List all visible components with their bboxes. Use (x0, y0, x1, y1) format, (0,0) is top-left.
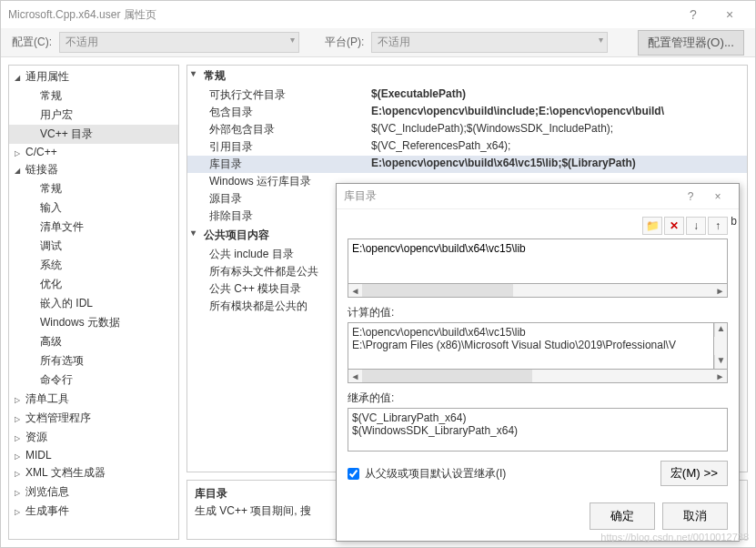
tree-item[interactable]: 通用属性 (9, 67, 178, 86)
computed-hscroll[interactable]: ◄ ► (348, 370, 728, 383)
tree-item[interactable]: 清单文件 (9, 218, 178, 237)
new-folder-icon[interactable]: 📁 (642, 217, 662, 235)
tree-item[interactable]: 输入 (9, 198, 178, 218)
prop-value[interactable]: E:\opencv\opencv\build\include;E:\opencv… (368, 105, 747, 120)
tree-item[interactable]: 常规 (9, 86, 178, 106)
tree-item[interactable]: 文档管理程序 (9, 409, 178, 428)
tree-item[interactable]: MIDL (9, 447, 178, 463)
close-button[interactable]: × (711, 7, 748, 22)
computed-vscroll[interactable]: ▲▼ (714, 322, 728, 370)
titlebar: Microsoft.Cpp.x64.user 属性页 ? × (1, 1, 755, 28)
prop-key: 外部包含目录 (187, 122, 368, 137)
computed-label: 计算的值: (348, 305, 728, 320)
prop-section-header[interactable]: 常规 (187, 66, 747, 86)
tree-item[interactable]: 命令行 (9, 370, 178, 390)
prop-row[interactable]: 库目录E:\opencv\opencv\build\x64\vc15\lib;$… (187, 156, 747, 173)
delete-icon[interactable]: ✕ (664, 217, 684, 235)
overflow-char: b (731, 215, 737, 228)
category-tree[interactable]: 通用属性常规用户宏VC++ 目录C/C++链接器常规输入清单文件调试系统优化嵌入… (8, 65, 179, 540)
tree-item[interactable]: 系统 (9, 256, 178, 275)
tree-item[interactable]: 高级 (9, 332, 178, 351)
prop-key: 包含目录 (187, 105, 368, 120)
config-combo[interactable]: 不适用 (59, 32, 299, 53)
tree-item[interactable]: 嵌入的 IDL (9, 294, 178, 313)
tree-item[interactable]: 用户宏 (9, 106, 178, 125)
dialog-icon-bar: b 📁 ✕ ↓ ↑ (348, 217, 728, 235)
platform-combo[interactable]: 不适用 (371, 32, 608, 53)
prop-key: 引用目录 (187, 139, 368, 155)
tree-item[interactable]: 清单工具 (9, 390, 178, 409)
tree-item[interactable]: 调试 (9, 237, 178, 256)
prop-key: 库目录 (187, 157, 368, 172)
tree-item[interactable]: 常规 (9, 179, 178, 198)
cancel-button[interactable]: 取消 (662, 502, 728, 530)
move-down-icon[interactable]: ↓ (686, 217, 706, 235)
tree-item[interactable]: XML 文档生成器 (9, 463, 178, 482)
tree-item[interactable]: 所有选项 (9, 351, 178, 370)
tree-item[interactable]: 资源 (9, 428, 178, 447)
library-dirs-dialog: 库目录 ? × b 📁 ✕ ↓ ↑ ◄ ► 计算的值: E:\opencv\op… (336, 183, 740, 542)
dialog-buttons: 确定 取消 (337, 493, 739, 541)
prop-row[interactable]: 外部包含目录$(VC_IncludePath);$(WindowsSDK_Inc… (187, 121, 747, 138)
tree-item[interactable]: 优化 (9, 275, 178, 294)
dialog-close-button[interactable]: × (704, 190, 731, 203)
dialog-help-button[interactable]: ? (677, 190, 704, 203)
scroll-left-icon[interactable]: ◄ (348, 286, 362, 296)
scroll-right-icon[interactable]: ► (713, 286, 727, 296)
tree-item[interactable]: C/C++ (9, 144, 178, 160)
prop-row[interactable]: 可执行文件目录$(ExecutablePath) (187, 86, 747, 104)
inherit-checkbox-label: 从父级或项目默认设置继承(I) (365, 466, 506, 482)
tree-item[interactable]: 生成事件 (9, 502, 178, 521)
tree-item[interactable]: Windows 元数据 (9, 313, 178, 332)
prop-value[interactable]: $(ExecutablePath) (368, 87, 747, 103)
paths-edit[interactable] (348, 238, 728, 284)
config-manager-button[interactable]: 配置管理器(O)... (638, 30, 744, 56)
macros-button[interactable]: 宏(M) >> (660, 461, 728, 486)
scroll-right-icon[interactable]: ► (713, 371, 727, 381)
prop-value[interactable]: E:\opencv\opencv\build\x64\vc15\lib;$(Li… (368, 157, 747, 172)
tree-item[interactable]: VC++ 目录 (9, 125, 178, 144)
window-title: Microsoft.Cpp.x64.user 属性页 (8, 7, 675, 23)
toolbar: 配置(C): 不适用 平台(P): 不适用 配置管理器(O)... (1, 28, 755, 57)
move-up-icon[interactable]: ↑ (708, 217, 728, 235)
dialog-title: 库目录 (344, 188, 677, 204)
platform-label: 平台(P): (325, 35, 364, 50)
prop-value[interactable]: $(VC_ReferencesPath_x64); (368, 139, 747, 155)
ok-button[interactable]: 确定 (590, 502, 655, 530)
prop-key: 可执行文件目录 (187, 87, 368, 103)
prop-value[interactable]: $(VC_IncludePath);$(WindowsSDK_IncludePa… (368, 122, 747, 137)
computed-values-list[interactable]: E:\opencv\opencv\build\x64\vc15\lib E:\P… (348, 322, 714, 370)
inherited-values-list[interactable]: $(VC_LibraryPath_x64) $(WindowsSDK_Libra… (348, 408, 728, 452)
prop-row[interactable]: 引用目录$(VC_ReferencesPath_x64); (187, 138, 747, 156)
prop-row[interactable]: 包含目录E:\opencv\opencv\build\include;E:\op… (187, 104, 747, 121)
scroll-left-icon[interactable]: ◄ (348, 371, 362, 381)
inherited-label: 继承的值: (348, 391, 728, 406)
config-label: 配置(C): (12, 35, 52, 50)
help-button[interactable]: ? (675, 7, 711, 22)
tree-item[interactable]: 链接器 (9, 160, 178, 179)
dialog-titlebar: 库目录 ? × (337, 184, 739, 209)
edit-hscroll[interactable]: ◄ ► (348, 284, 728, 298)
inherit-checkbox[interactable] (348, 468, 359, 480)
tree-item[interactable]: 浏览信息 (9, 482, 178, 502)
